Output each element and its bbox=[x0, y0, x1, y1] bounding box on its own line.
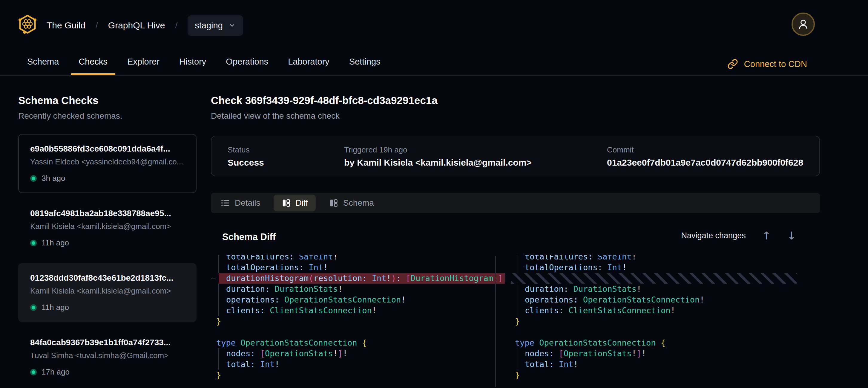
tab-explorer[interactable]: Explorer bbox=[127, 57, 159, 75]
check-status: 3h ago bbox=[30, 174, 185, 183]
vertical-scrollbar[interactable] bbox=[495, 256, 496, 387]
check-title: Check 369f3439-929f-48df-bfc8-cd3a9291ec… bbox=[211, 94, 820, 107]
check-hash: 01238ddd30faf8c43e61be2d1813fc... bbox=[30, 273, 185, 283]
check-time: 3h ago bbox=[41, 174, 65, 183]
code-line: duration: DurationStats! bbox=[509, 284, 820, 294]
app-header: The Guild / GraphQL Hive / staging Schem… bbox=[0, 0, 868, 76]
code-line: operations: OperationStatsConnection! bbox=[211, 294, 505, 305]
blank-line bbox=[211, 327, 505, 337]
commit-label: Commit bbox=[607, 145, 819, 154]
check-author: Kamil Kisiela <kamil.kisiela@gmail.com> bbox=[30, 222, 185, 231]
indent-guide-line bbox=[517, 255, 517, 262]
triggered-label: Triggered 19h ago bbox=[344, 145, 607, 154]
code-line: nodes: [OperationStats!]! bbox=[211, 348, 505, 359]
check-list-item[interactable]: e9a0b55886fd3ce608c091dda6a4f...Yassin E… bbox=[18, 134, 196, 193]
diff-placeholder-line bbox=[511, 273, 797, 284]
target-selector[interactable]: staging bbox=[188, 15, 243, 36]
diff-pane-right: totalFailures: SafeInt!totalOperations: … bbox=[509, 255, 820, 388]
check-status-card: Status Success Triggered 19h ago by Kami… bbox=[211, 136, 820, 176]
code-line: total: Int! bbox=[211, 359, 505, 370]
check-detail-main: Check 369f3439-929f-48df-bfc8-cd3a9291ec… bbox=[211, 94, 820, 388]
tab-operations[interactable]: Operations bbox=[226, 57, 268, 75]
check-status: 11h ago bbox=[30, 238, 185, 247]
triggered-column: Triggered 19h ago by Kamil Kisiela <kami… bbox=[344, 145, 607, 176]
check-status: 11h ago bbox=[30, 303, 185, 312]
code-line: } bbox=[211, 370, 505, 381]
link-icon bbox=[727, 59, 738, 69]
diff-removed-line: —durationHistogram(resolution: Int!): [D… bbox=[211, 273, 505, 284]
list-icon bbox=[220, 198, 230, 208]
indent-guide-line bbox=[517, 305, 517, 316]
status-column: Status Success bbox=[227, 145, 344, 176]
status-value: Success bbox=[227, 157, 344, 168]
code-line: nodes: [OperationStats!]! bbox=[509, 348, 820, 359]
check-list-item[interactable]: 01238ddd30faf8c43e61be2d1813fc...Kamil K… bbox=[18, 263, 196, 322]
previous-change-button[interactable]: ↑ bbox=[762, 230, 771, 242]
check-time: 11h ago bbox=[41, 303, 69, 312]
check-hash: 84fa0cab9367b39e1b1ff0a74f2733... bbox=[30, 338, 185, 347]
tab-schema[interactable]: Schema bbox=[329, 198, 374, 208]
navigate-changes-label: Navigate changes bbox=[681, 231, 746, 240]
triggered-value: by Kamil Kisiela <kamil.kisiela@gmail.co… bbox=[344, 157, 607, 168]
indent-guide-line bbox=[517, 284, 517, 294]
next-change-button[interactable]: ↓ bbox=[787, 230, 796, 242]
user-icon bbox=[797, 18, 809, 30]
indent-guide-line bbox=[218, 348, 219, 359]
tab-settings[interactable]: Settings bbox=[349, 57, 380, 75]
tab-schema[interactable]: Schema bbox=[27, 57, 59, 75]
status-dot-icon bbox=[30, 240, 37, 246]
check-hash: 0819afc4981ba2ab18e338788ae95... bbox=[30, 209, 185, 218]
tab-diff[interactable]: Diff bbox=[274, 195, 316, 211]
check-list-item[interactable]: 84fa0cab9367b39e1b1ff0a74f2733...Tuval S… bbox=[18, 328, 196, 387]
check-author: Kamil Kisiela <kamil.kisiela@gmail.com> bbox=[30, 287, 185, 296]
tab-details[interactable]: Details bbox=[220, 198, 260, 208]
check-status: 17h ago bbox=[30, 367, 185, 377]
check-list-item[interactable]: 0819afc4981ba2ab18e338788ae95...Kamil Ki… bbox=[18, 199, 196, 258]
commit-column: Commit 01a23ee0f7db01a9e7ac0d0747d62bb90… bbox=[607, 145, 819, 176]
code-line: clients: ClientStatsConnection! bbox=[211, 305, 505, 316]
indent-guide-line bbox=[218, 262, 219, 273]
indent-guide-line bbox=[517, 262, 517, 273]
diff-pane-left: totalFailures: SafeInt!totalOperations: … bbox=[211, 255, 505, 388]
check-list: e9a0b55886fd3ce608c091dda6a4f...Yassin E… bbox=[18, 134, 196, 388]
status-dot-icon bbox=[30, 369, 37, 376]
status-dot-icon bbox=[30, 304, 37, 311]
arrow-down-icon: ↓ bbox=[787, 230, 796, 242]
connect-to-cdn-link[interactable]: Connect to CDN bbox=[727, 59, 807, 69]
check-view-tabs: DetailsDiffSchema bbox=[211, 193, 820, 213]
columns-icon bbox=[329, 198, 338, 208]
sidebar-title: Schema Checks bbox=[18, 94, 196, 107]
sidebar-subtitle: Recently checked schemas. bbox=[18, 111, 196, 121]
indent-guide-line bbox=[218, 359, 219, 370]
indent-guide-line bbox=[517, 348, 517, 359]
schema-diff-view: totalFailures: SafeInt!totalOperations: … bbox=[211, 255, 820, 388]
tab-checks[interactable]: Checks bbox=[79, 57, 107, 75]
indent-guide-line bbox=[517, 294, 517, 305]
code-block-before: totalFailures: SafeInt!totalOperations: … bbox=[211, 255, 505, 381]
code-line: totalFailures: SafeInt! bbox=[211, 255, 505, 262]
status-dot-icon bbox=[30, 175, 37, 182]
tab-history[interactable]: History bbox=[179, 57, 206, 75]
code-line: clients: ClientStatsConnection! bbox=[509, 305, 820, 316]
breadcrumb-project[interactable]: GraphQL Hive bbox=[108, 20, 165, 30]
indent-guide-line bbox=[517, 359, 517, 370]
status-label: Status bbox=[227, 145, 344, 154]
columns-icon bbox=[281, 198, 291, 208]
hive-logo-icon[interactable] bbox=[18, 14, 37, 34]
target-selector-value: staging bbox=[195, 21, 223, 30]
user-avatar[interactable] bbox=[792, 12, 815, 36]
schema-diff-heading: Schema Diff bbox=[222, 232, 276, 242]
tab-laboratory[interactable]: Laboratory bbox=[288, 57, 330, 75]
check-author: Yassin Eldeeb <yassineldeeb94@gmail.co..… bbox=[30, 157, 185, 167]
code-line: operations: OperationStatsConnection! bbox=[509, 294, 820, 305]
breadcrumb-org[interactable]: The Guild bbox=[46, 20, 86, 30]
code-line: type OperationStatsConnection { bbox=[509, 337, 820, 348]
indent-guide-line bbox=[218, 305, 219, 316]
code-line: } bbox=[509, 370, 820, 381]
blank-line bbox=[509, 327, 820, 337]
indent-guide-line bbox=[218, 294, 219, 305]
connect-to-cdn-label: Connect to CDN bbox=[744, 59, 807, 69]
code-line: totalOperations: Int! bbox=[509, 262, 820, 273]
check-hash: e9a0b55886fd3ce608c091dda6a4f... bbox=[30, 144, 185, 154]
chevron-down-icon bbox=[228, 22, 236, 29]
